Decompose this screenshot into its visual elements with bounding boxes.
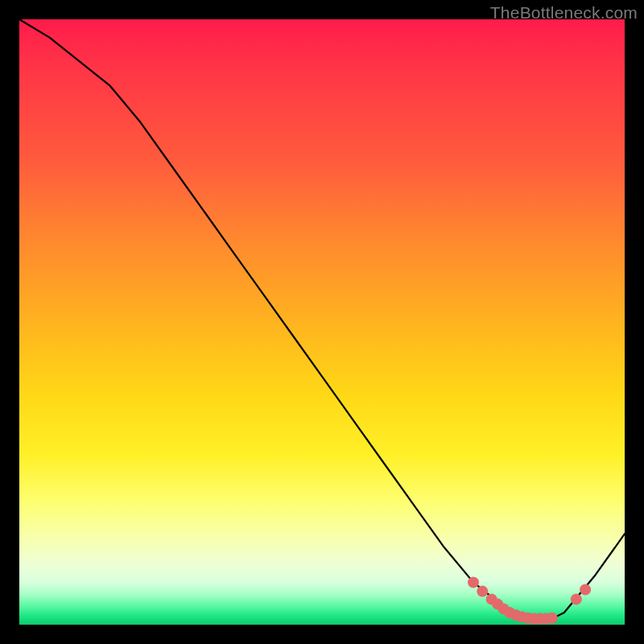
highlight-dot <box>547 613 558 624</box>
bottleneck-curve-path <box>19 19 625 619</box>
highlight-dot <box>468 576 479 588</box>
highlight-dot <box>477 586 488 597</box>
chart-frame: TheBottleneck.com <box>0 0 644 644</box>
watermark-text: TheBottleneck.com <box>490 3 638 23</box>
highlight-dot <box>571 593 582 605</box>
highlight-dot <box>580 584 591 595</box>
curve-layer <box>19 19 625 625</box>
plot-area <box>19 19 625 625</box>
